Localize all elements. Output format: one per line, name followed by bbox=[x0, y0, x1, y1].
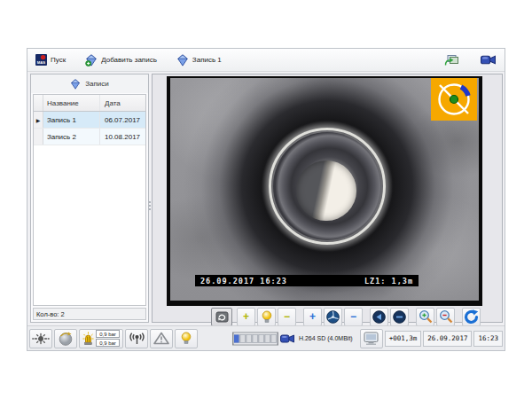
monitor-icon bbox=[364, 332, 379, 346]
beacon-lamp-icon bbox=[82, 332, 94, 346]
row-gutter bbox=[34, 129, 43, 145]
start-label: Пуск bbox=[51, 56, 66, 64]
pipe-opening bbox=[296, 160, 356, 221]
compass-orientation-icon bbox=[431, 78, 477, 121]
record-date: 06.07.2017 bbox=[100, 116, 145, 124]
video-panel: 26.09.2017 16:23 LZ1: 1,3m + − bbox=[152, 74, 503, 323]
svg-text:MAS: MAS bbox=[37, 60, 46, 65]
date-readout: 26.09.2017 bbox=[423, 331, 472, 347]
current-record-label: Запись 1 bbox=[192, 56, 222, 64]
camera-head-button[interactable] bbox=[54, 329, 77, 348]
plus-icon: + bbox=[243, 311, 249, 322]
selected-row-marker: ▶ bbox=[34, 112, 43, 128]
lamp-bulb-icon bbox=[262, 310, 272, 324]
zoom-out-magnifier-icon bbox=[439, 309, 453, 324]
record-diamond-icon bbox=[70, 79, 81, 90]
brightness-sun-icon bbox=[32, 332, 50, 345]
table-row[interactable]: Запись 2 10.08.2017 bbox=[34, 129, 145, 145]
light-decrease-button[interactable]: − bbox=[278, 308, 296, 326]
rotate-view-icon bbox=[215, 311, 229, 323]
video-overlay-bar: 26.09.2017 16:23 LZ1: 1,3m bbox=[195, 275, 419, 286]
aperture-increase-button[interactable]: + bbox=[303, 308, 322, 326]
records-panel-header: Записи bbox=[31, 74, 148, 93]
records-table: Название Дата ▶ Запись 1 06.07.2017 Запи… bbox=[33, 94, 146, 306]
records-table-header: Название Дата bbox=[34, 95, 145, 112]
column-header-date[interactable]: Дата bbox=[100, 99, 145, 107]
distance-readout: +001,3m bbox=[385, 331, 422, 347]
aperture-decrease-button[interactable]: − bbox=[344, 308, 363, 326]
focus-far-icon bbox=[393, 310, 406, 324]
records-count: Кол-во: 2 bbox=[33, 308, 146, 320]
pressure-value-bottom: 0,9 bar bbox=[96, 339, 120, 347]
record-diamond-icon bbox=[176, 54, 189, 66]
warning-triangle-icon bbox=[153, 332, 169, 345]
app-window: MAS Пуск Добавить запись Запись 1 Записи… bbox=[27, 48, 505, 351]
sonde-button[interactable] bbox=[125, 329, 148, 348]
photo-export-icon bbox=[444, 54, 459, 66]
rotate-view-button[interactable] bbox=[211, 308, 232, 326]
row-gutter bbox=[34, 95, 43, 111]
video-frame: 26.09.2017 16:23 LZ1: 1,3m bbox=[167, 76, 482, 306]
zoom-in-magnifier-icon bbox=[419, 309, 433, 324]
pressure-group[interactable]: 0,9 bar 0,9 bar bbox=[79, 329, 123, 348]
records-panel-title: Записи bbox=[85, 80, 109, 88]
focus-far-button[interactable] bbox=[390, 308, 409, 326]
add-record-button[interactable]: Добавить запись bbox=[82, 52, 160, 68]
zoom-out-button[interactable] bbox=[436, 308, 455, 326]
lamp-bulb-icon bbox=[181, 332, 192, 345]
current-record-button[interactable]: Запись 1 bbox=[174, 52, 224, 68]
video-toolbar: + − + − bbox=[211, 307, 481, 326]
snapshot-export-button[interactable] bbox=[441, 52, 463, 68]
add-record-label: Добавить запись bbox=[101, 56, 157, 64]
zoom-in-button[interactable] bbox=[416, 308, 434, 326]
sonde-antenna-icon bbox=[129, 332, 145, 345]
brightness-button[interactable] bbox=[29, 329, 52, 348]
time-readout: 16:23 bbox=[473, 331, 503, 347]
record-name: Запись 1 bbox=[43, 112, 100, 128]
video-camera-icon bbox=[280, 333, 294, 344]
light-button[interactable] bbox=[257, 308, 276, 326]
warning-button[interactable] bbox=[150, 329, 173, 348]
status-bar: 0,9 bar 0,9 bar H.264 SD (4.0MBit) +001,… bbox=[27, 325, 505, 350]
record-date: 10.08.2017 bbox=[100, 133, 145, 141]
add-record-diamond-icon bbox=[85, 54, 98, 66]
monitor-button[interactable] bbox=[360, 329, 383, 348]
zoom-reset-button[interactable] bbox=[462, 308, 481, 326]
plus-icon: + bbox=[309, 311, 316, 322]
overlay-distance: LZ1: 1,3m bbox=[364, 277, 413, 286]
pressure-value-top: 0,9 bar bbox=[96, 330, 120, 338]
video-camera-icon bbox=[481, 54, 496, 66]
start-button[interactable]: MAS Пуск bbox=[33, 52, 68, 67]
column-header-name[interactable]: Название bbox=[43, 95, 100, 111]
mas-logo-icon: MAS bbox=[35, 54, 47, 66]
minus-icon: − bbox=[284, 311, 290, 322]
focus-near-button[interactable] bbox=[370, 308, 388, 326]
records-panel: Записи Название Дата ▶ Запись 1 06.07.20… bbox=[30, 74, 149, 323]
record-name: Запись 2 bbox=[43, 129, 100, 145]
pressure-readouts: 0,9 bar 0,9 bar bbox=[96, 330, 120, 347]
pipe-video-feed: 26.09.2017 16:23 LZ1: 1,3m bbox=[170, 78, 479, 301]
main-toolbar: MAS Пуск Добавить запись Запись 1 bbox=[27, 49, 505, 72]
lamp-button[interactable] bbox=[175, 329, 198, 348]
film-strip-icon bbox=[232, 331, 278, 347]
table-row[interactable]: ▶ Запись 1 06.07.2017 bbox=[34, 112, 145, 129]
reset-zoom-icon bbox=[464, 309, 479, 325]
codec-label: H.264 SD (4.0MBit) bbox=[299, 335, 353, 341]
camera-head-sphere-icon bbox=[58, 332, 74, 346]
focus-near-icon bbox=[372, 310, 386, 324]
aperture-icon bbox=[326, 310, 340, 324]
minus-icon: − bbox=[350, 311, 356, 322]
light-increase-button[interactable]: + bbox=[237, 308, 255, 326]
aperture-button[interactable] bbox=[324, 308, 342, 326]
overlay-datetime: 26.09.2017 16:23 bbox=[200, 277, 287, 286]
record-video-button[interactable] bbox=[477, 52, 499, 67]
